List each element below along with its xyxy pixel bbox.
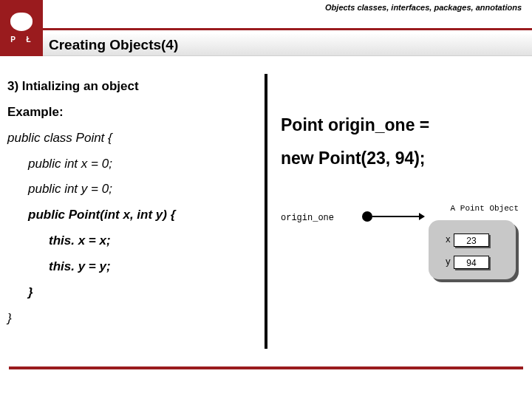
eagle-icon [10,13,33,31]
object-box [429,220,516,279]
reference-dot-icon [362,211,372,222]
field-x-row: x 23 [436,233,489,247]
logo-letters: P Ł [7,35,35,44]
instantiation-column: Point origin_one = new Point(23, 94); or… [281,74,525,315]
institution-logo: P Ł [0,0,43,56]
code-line: public int x = 0; [7,151,259,177]
arrow-icon [372,216,424,217]
field-x-value: 23 [454,233,489,247]
code-line: public class Point { [7,126,259,151]
field-y-row: y 94 [436,256,489,269]
statement-line-2: new Point(23, 94); [281,149,525,168]
code-line: } [7,280,259,306]
code-line: public Point(int x, int y) { [7,202,259,228]
example-label: Example: [7,100,259,126]
code-line: } [7,306,259,332]
field-y-label: y [436,257,451,267]
field-y-value: 94 [454,256,489,269]
object-type-label: A Point Object [451,204,519,213]
slide-header: P Ł Objects classes, interfaces, package… [0,0,532,59]
reference-label: origin_one [281,213,334,223]
topic-text: Objects classes, interfaces, packages, a… [325,3,522,13]
statement-line-1: Point origin_one = [281,115,525,135]
code-line: this. y = y; [7,254,259,280]
code-line: public int y = 0; [7,177,259,202]
header-rule [43,28,532,30]
field-x-label: x [436,235,451,245]
slide-content: 3) Intializing an object Example: public… [0,74,532,369]
code-line: this. x = x; [7,228,259,254]
object-diagram: origin_one A Point Object x 23 y 94 [281,204,525,315]
section-heading: 3) Intializing an object [7,74,259,100]
vertical-divider [265,74,267,349]
code-column: 3) Intializing an object Example: public… [7,74,259,331]
slide-title: Creating Objects(4) [43,34,532,56]
footer-rule [9,366,523,369]
